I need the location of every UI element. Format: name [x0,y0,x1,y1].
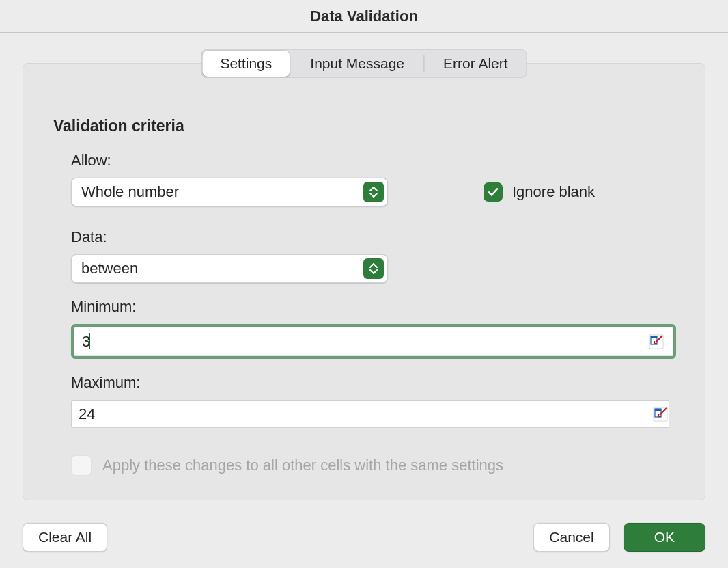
apply-all-checkbox [71,455,92,476]
dialog-footer: Clear All Cancel OK [23,523,705,552]
range-selector-icon[interactable] [649,334,664,349]
minimum-input[interactable]: 3 [74,327,673,355]
ok-label: OK [654,529,675,545]
chevron-up-down-icon [363,258,384,279]
data-select-value: between [81,260,138,278]
tab-bar: Settings Input Message Error Alert [201,49,527,78]
ignore-blank-checkbox[interactable] [484,182,503,202]
dialog-title-text: Data Validation [310,8,418,25]
chevron-up-down-icon [363,182,384,202]
ok-button[interactable]: OK [624,523,705,552]
maximum-input-wrap: 24 [71,400,675,428]
settings-panel: Validation criteria Allow: Whole number … [23,63,705,500]
ignore-blank-label: Ignore blank [512,183,595,201]
section-heading: Validation criteria [53,117,675,135]
apply-all-label: Apply these changes to all other cells w… [102,457,503,474]
allow-select[interactable]: Whole number [71,178,388,206]
allow-label: Allow: [71,152,675,170]
dialog-title: Data Validation [0,0,728,33]
tab-settings[interactable]: Settings [202,51,290,77]
text-caret [89,333,90,349]
tab-error-alert-label: Error Alert [443,55,508,72]
clear-all-label: Clear All [38,529,92,545]
minimum-label: Minimum: [71,298,675,316]
apply-all-row: Apply these changes to all other cells w… [71,455,675,476]
maximum-input[interactable]: 24 [71,400,669,428]
data-label: Data: [71,228,675,246]
svg-rect-2 [651,336,657,338]
clear-all-button[interactable]: Clear All [23,523,107,552]
tab-error-alert[interactable]: Error Alert [424,49,527,78]
tab-settings-label: Settings [220,55,272,72]
range-selector-icon[interactable] [653,407,668,422]
maximum-label: Maximum: [71,374,675,392]
svg-rect-5 [655,409,661,411]
minimum-input-wrap: 3 [71,324,676,359]
ignore-blank-row: Ignore blank [484,182,595,202]
tab-input-message[interactable]: Input Message [291,49,423,78]
checkmark-icon [487,186,499,198]
data-select[interactable]: between [71,254,388,283]
maximum-input-value: 24 [79,405,95,423]
allow-select-value: Whole number [81,183,179,201]
tab-input-message-label: Input Message [310,55,404,72]
cancel-label: Cancel [549,529,593,545]
cancel-button[interactable]: Cancel [533,523,609,552]
